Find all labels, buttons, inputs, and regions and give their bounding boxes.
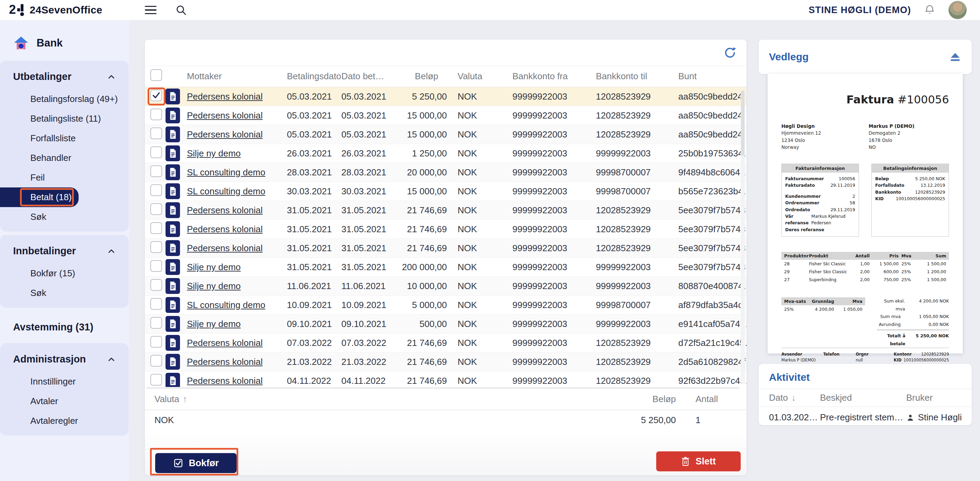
document-icon[interactable] (165, 202, 180, 218)
column-betalingsdato[interactable]: Betalingsdato (287, 71, 341, 82)
row-checkbox[interactable] (150, 298, 162, 310)
mottaker-link[interactable]: Pedersens kolonial (187, 205, 263, 215)
column-bunt[interactable]: Bunt (678, 71, 746, 82)
table-row[interactable]: SL consulting demo 10.09.2021 10.09.2021… (145, 295, 746, 314)
document-icon[interactable] (165, 354, 180, 370)
table-row[interactable]: Pedersens kolonial 05.03.2021 05.03.2021… (145, 125, 746, 144)
slett-button[interactable]: Slett (656, 451, 741, 471)
sidebar-item[interactable]: Forfallsliste (0, 129, 129, 148)
activity-column-beskjed[interactable]: Beskjed (820, 392, 906, 403)
row-checkbox[interactable] (150, 203, 162, 215)
activity-column-bruker[interactable]: Bruker (906, 392, 972, 403)
column-valuta[interactable]: Valuta (447, 71, 512, 82)
row-checkbox[interactable] (150, 355, 162, 367)
row-checkbox[interactable] (150, 90, 162, 101)
row-checkbox[interactable] (150, 184, 162, 196)
sidebar-item[interactable]: Behandler (0, 148, 129, 168)
row-checkbox[interactable] (150, 336, 162, 348)
row-checkbox[interactable] (150, 222, 162, 234)
document-icon[interactable] (165, 278, 180, 294)
row-checkbox[interactable] (150, 108, 162, 120)
document-icon[interactable] (165, 183, 180, 199)
table-row[interactable]: Pedersens kolonial 07.03.2022 07.03.2022… (145, 333, 746, 352)
document-icon[interactable] (165, 108, 180, 123)
user-avatar[interactable] (948, 1, 967, 19)
sidebar-item[interactable]: Feil (0, 168, 129, 187)
document-icon[interactable] (165, 89, 180, 105)
row-checkbox[interactable] (150, 279, 162, 291)
document-icon[interactable] (165, 259, 180, 275)
table-row[interactable]: Silje ny demo 11.06.2021 11.06.2021 10 0… (145, 277, 746, 295)
mottaker-link[interactable]: Pedersens kolonial (187, 243, 263, 253)
summary-antall-header[interactable]: Antall (695, 394, 746, 405)
mottaker-link[interactable]: Pedersens kolonial (187, 376, 263, 386)
mottaker-link[interactable]: Silje ny demo (187, 281, 241, 291)
menu-icon[interactable] (145, 6, 157, 14)
document-icon[interactable] (165, 373, 180, 389)
mottaker-link[interactable]: Pedersens kolonial (187, 357, 263, 367)
document-icon[interactable] (165, 145, 180, 161)
mottaker-link[interactable]: Pedersens kolonial (187, 224, 263, 234)
table-row[interactable]: Pedersens kolonial 21.03.2022 21.03.2022… (145, 352, 746, 371)
brand[interactable]: 2 24SevenOffice (0, 3, 129, 17)
sidebar-item[interactable]: Avtaler (0, 391, 129, 411)
vertical-scrollbar[interactable] (741, 90, 745, 384)
document-icon[interactable] (165, 164, 180, 180)
bokfor-button[interactable]: Bokfør (155, 453, 237, 473)
mottaker-link[interactable]: Pedersens kolonial (187, 110, 263, 121)
column-mottaker[interactable]: Mottaker (187, 71, 287, 82)
table-row[interactable]: Silje ny demo 09.10.2021 09.10.2021 500,… (145, 314, 746, 333)
user-menu[interactable]: STINE HØGLI (DEMO) (809, 5, 911, 16)
table-row[interactable]: Pedersens kolonial 04.11.2022 04.11.2022… (145, 371, 746, 389)
mottaker-link[interactable]: Silje ny demo (187, 319, 241, 329)
table-row[interactable]: Pedersens kolonial 05.03.2021 05.03.2021… (145, 106, 746, 125)
column-konto-fra[interactable]: Bankkonto fra (512, 71, 596, 82)
table-row[interactable]: Pedersens kolonial 31.05.2021 31.05.2021… (145, 220, 746, 239)
mottaker-link[interactable]: Silje ny demo (187, 148, 241, 159)
sidebar-item-avstemming[interactable]: Avstemming (31) (0, 311, 129, 343)
sidebar-item[interactable]: Betalingsliste (11) (0, 109, 129, 129)
row-checkbox[interactable] (150, 241, 162, 253)
select-all-checkbox[interactable] (150, 69, 162, 81)
mottaker-link[interactable]: SL consulting demo (187, 186, 265, 197)
sidebar-group-header-administrasjon[interactable]: Administrasjon (0, 345, 129, 372)
mottaker-link[interactable]: Pedersens kolonial (187, 338, 263, 348)
activity-row[interactable]: 01.03.202… Pre-registrert stem… Stine Hø… (759, 406, 972, 425)
mottaker-link[interactable]: SL consulting demo (187, 167, 265, 178)
sidebar-item[interactable]: Innstillinger (0, 372, 129, 391)
refresh-icon[interactable] (723, 46, 737, 60)
column-dato-bet[interactable]: Dato bet… (341, 71, 393, 82)
document-icon[interactable] (165, 297, 180, 313)
table-row[interactable]: SL consulting demo 30.03.2021 30.03.2021… (145, 182, 746, 201)
horizontal-scrollbar[interactable] (146, 387, 740, 389)
mottaker-link[interactable]: Pedersens kolonial (187, 91, 263, 102)
document-icon[interactable] (165, 221, 180, 237)
table-row[interactable]: Pedersens kolonial 31.05.2021 31.05.2021… (145, 239, 746, 258)
sidebar-item[interactable]: Søk (0, 207, 129, 227)
row-checkbox[interactable] (150, 146, 162, 158)
summary-valuta-header[interactable]: Valuta↑ (154, 394, 610, 405)
eject-icon[interactable] (949, 51, 961, 63)
activity-column-dato[interactable]: Dato↓ (769, 392, 820, 403)
document-icon[interactable] (165, 240, 180, 256)
sidebar-item[interactable]: Betalt (18) (0, 187, 79, 207)
document-icon[interactable] (165, 127, 180, 142)
document-icon[interactable] (165, 316, 180, 332)
mottaker-link[interactable]: SL consulting demo (187, 300, 265, 310)
summary-belop-header[interactable]: Beløp (610, 394, 676, 405)
mottaker-link[interactable]: Silje ny demo (187, 262, 241, 272)
table-row[interactable]: Silje ny demo 31.05.2021 31.05.2021 200 … (145, 258, 746, 277)
table-row[interactable]: SL consulting demo 28.03.2021 28.03.2021… (145, 163, 746, 182)
row-checkbox[interactable] (150, 127, 162, 139)
notifications-bell-icon[interactable] (923, 4, 936, 16)
sidebar-module-bank[interactable]: Bank (0, 30, 129, 60)
row-checkbox[interactable] (150, 374, 162, 386)
search-icon[interactable] (175, 4, 187, 16)
table-row[interactable]: Silje ny demo 26.03.2021 26.03.2021 1 25… (145, 144, 746, 163)
table-row[interactable]: Pedersens kolonial 05.03.2021 05.03.2021… (145, 87, 746, 106)
invoice-preview[interactable]: Faktura #100056 Høgli Design Hjemmeveien… (768, 74, 963, 354)
sidebar-item[interactable]: Avtaleregler (0, 411, 129, 431)
sidebar-item[interactable]: Bokfør (15) (0, 264, 129, 283)
sidebar-item[interactable]: Søk (0, 283, 129, 303)
column-konto-til[interactable]: Bankkonto til (596, 71, 678, 82)
